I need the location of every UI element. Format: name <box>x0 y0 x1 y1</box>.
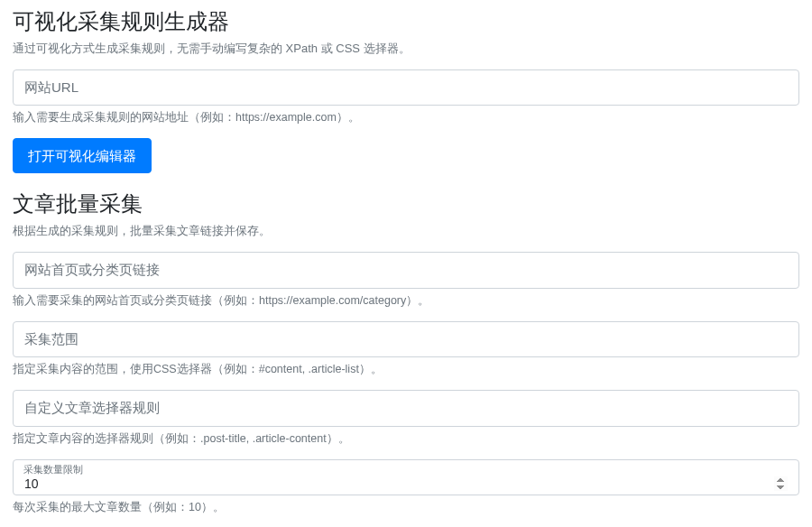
website-url-help: 输入需要生成采集规则的网站地址（例如：https://example.com）。 <box>13 110 799 125</box>
collect-limit-help: 每次采集的最大文章数量（例如：10）。 <box>13 500 799 515</box>
batch-collect-title: 文章批量采集 <box>13 191 799 217</box>
batch-collect-desc: 根据生成的采集规则，批量采集文章链接并保存。 <box>13 223 799 239</box>
open-visual-editor-button[interactable]: 打开可视化编辑器 <box>13 138 152 173</box>
article-selector-input[interactable] <box>13 390 799 427</box>
visual-rule-generator-title: 可视化采集规则生成器 <box>13 9 799 35</box>
homepage-link-help: 输入需要采集的网站首页或分类页链接（例如：https://example.com… <box>13 293 799 309</box>
visual-rule-generator-desc: 通过可视化方式生成采集规则，无需手动编写复杂的 XPath 或 CSS 选择器。 <box>13 41 799 57</box>
collect-scope-input[interactable] <box>13 321 799 358</box>
collect-scope-help: 指定采集内容的范围，使用CSS选择器（例如：#content, .article… <box>13 362 799 377</box>
article-selector-help: 指定文章内容的选择器规则（例如：.post-title, .article-co… <box>13 431 799 447</box>
website-url-input[interactable] <box>13 69 799 106</box>
homepage-link-input[interactable] <box>13 252 799 289</box>
collect-limit-input[interactable] <box>13 459 799 496</box>
